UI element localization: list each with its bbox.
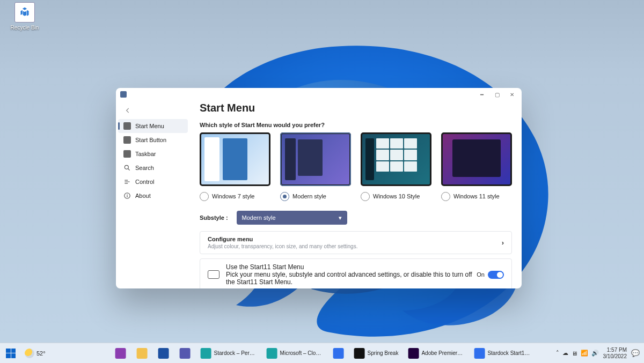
sidebar-item-control[interactable]: Control <box>118 175 188 189</box>
clock[interactable]: 1:57 PM 3/10/2022 <box>603 347 627 359</box>
start-button[interactable] <box>2 345 19 362</box>
thumb-modern[interactable] <box>280 132 351 186</box>
taskbar-app-6[interactable] <box>328 345 349 361</box>
recycle-bin-icon <box>14 2 35 23</box>
app-icon <box>120 91 127 98</box>
app-icon <box>408 348 419 359</box>
radio-modern[interactable]: Modern style <box>280 191 351 201</box>
system-tray[interactable]: ˄ ☁ 🖥 📶 🔊 <box>556 350 599 357</box>
radio-windows10[interactable]: Windows 10 Style <box>361 191 431 201</box>
taskbar-app-8[interactable]: Adobe Premiere … <box>404 345 469 361</box>
menu-preview-icon <box>208 270 219 279</box>
close-button[interactable]: ✕ <box>504 89 519 100</box>
sidebar-item-about[interactable]: About <box>118 189 188 203</box>
app-icon <box>158 348 169 359</box>
back-button[interactable] <box>121 104 134 117</box>
taskbar-app-7[interactable]: Spring Break <box>350 345 403 361</box>
onedrive-icon[interactable]: ☁ <box>562 350 568 357</box>
main-pane: Start Menu Which style of Start Menu wou… <box>190 101 522 288</box>
style-chooser: Windows 7 style Modern style Windows 10 … <box>200 132 512 201</box>
page-title: Start Menu <box>200 102 512 114</box>
control-icon <box>123 178 131 186</box>
weather-icon <box>25 349 34 358</box>
desktop[interactable]: Recycle Bin ━ ▢ ✕ Start Menu Start Butto… <box>0 0 644 363</box>
app-icon <box>137 348 148 359</box>
use-start11-row: Use the Start11 Start Menu Pick your men… <box>200 258 512 288</box>
taskbar-app-9[interactable]: Stardock Start11 … <box>470 345 535 361</box>
app-icon <box>333 348 344 359</box>
app-icon <box>267 348 277 359</box>
recycle-bin[interactable]: Recycle Bin <box>9 2 41 31</box>
taskbar-app-1[interactable] <box>132 345 152 361</box>
notifications-icon[interactable]: 💬 <box>631 349 640 357</box>
taskbar-app-2[interactable] <box>153 345 174 361</box>
search-icon <box>123 164 131 172</box>
use-start11-toggle[interactable] <box>488 271 504 279</box>
toggle-state-label: On <box>477 271 485 278</box>
taskbar-icon <box>123 150 131 158</box>
taskbar-app-4[interactable]: Stardock – Person… <box>196 345 261 361</box>
tray-chevron-icon[interactable]: ˄ <box>556 350 559 357</box>
style-prompt: Which style of Start Menu would you pref… <box>200 122 512 128</box>
start11-window: ━ ▢ ✕ Start Menu Start Button Taskbar Se… <box>116 88 522 288</box>
maximize-button[interactable]: ▢ <box>489 89 504 100</box>
thumb-windows7[interactable] <box>200 132 270 186</box>
start-menu-icon <box>123 122 131 130</box>
about-icon <box>123 192 131 199</box>
radio-windows7[interactable]: Windows 7 style <box>200 191 270 201</box>
titlebar[interactable]: ━ ▢ ✕ <box>116 88 522 101</box>
recycle-bin-label: Recycle Bin <box>11 25 39 31</box>
minimize-button[interactable]: ━ <box>474 89 489 100</box>
sidebar-item-taskbar[interactable]: Taskbar <box>118 147 188 161</box>
thumb-windows11[interactable] <box>441 132 512 186</box>
chevron-down-icon: ▾ <box>339 214 342 221</box>
sidebar: Start Menu Start Button Taskbar Search C… <box>116 101 190 288</box>
display-icon[interactable]: 🖥 <box>572 350 577 357</box>
sidebar-item-start-button[interactable]: Start Button <box>118 133 188 147</box>
substyle-label: Substyle : <box>200 214 228 221</box>
taskbar[interactable]: 52° Stardock – Person…Microsoft – Clou…S… <box>0 343 644 363</box>
taskbar-app-3[interactable] <box>175 345 195 361</box>
app-icon <box>354 348 365 359</box>
taskbar-app-0[interactable] <box>111 345 131 361</box>
radio-windows11[interactable]: Windows 11 style <box>441 191 512 201</box>
sidebar-item-search[interactable]: Search <box>118 161 188 175</box>
start-button-icon <box>123 136 131 144</box>
network-icon[interactable]: 📶 <box>581 350 588 357</box>
configure-menu-row[interactable]: Configure menu Adjust colour, transparen… <box>200 231 512 254</box>
app-icon <box>201 348 211 359</box>
app-icon <box>180 348 191 359</box>
volume-icon[interactable]: 🔊 <box>591 350 599 357</box>
app-icon <box>474 348 485 359</box>
weather-widget[interactable]: 52° <box>21 349 49 358</box>
thumb-windows10[interactable] <box>361 132 431 186</box>
sidebar-item-start-menu[interactable]: Start Menu <box>118 119 188 133</box>
svg-point-0 <box>125 165 128 169</box>
app-icon <box>115 348 126 359</box>
substyle-dropdown[interactable]: Modern style ▾ <box>237 211 347 225</box>
chevron-right-icon: › <box>502 239 504 247</box>
taskbar-app-5[interactable]: Microsoft – Clou… <box>262 345 327 361</box>
